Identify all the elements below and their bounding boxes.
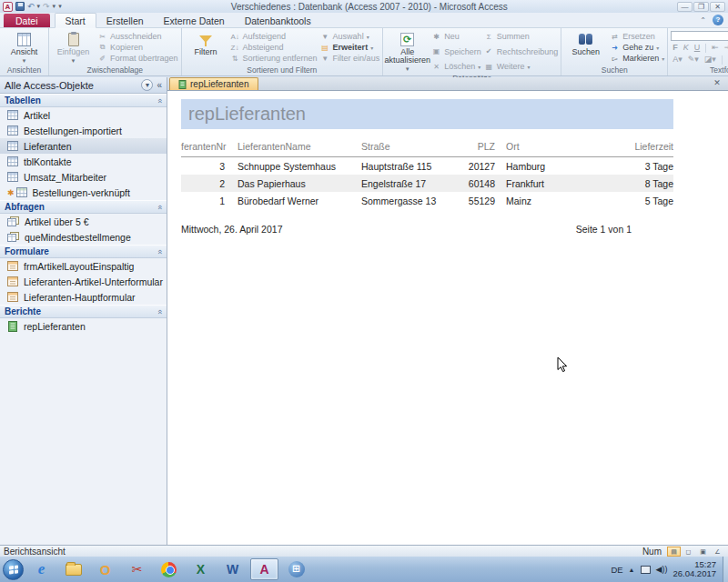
ansicht-button[interactable]: Ansicht ▼	[3, 30, 46, 65]
taskbar-word-icon[interactable]: W	[218, 558, 247, 580]
decrease-indent-icon[interactable]: ⇤	[710, 43, 721, 53]
font-family-combobox[interactable]: ▾	[671, 31, 728, 41]
undo-dropdown-icon[interactable]: ▾	[37, 3, 41, 10]
report-date: Mittwoch, 26. April 2017	[181, 224, 282, 235]
redo-dropdown-icon[interactable]: ▾	[53, 3, 56, 10]
document-tab-replieferanten[interactable]: repLieferanten	[169, 77, 258, 90]
design-view-button[interactable]: ∠	[711, 547, 724, 557]
replace-icon: ⇄	[610, 33, 620, 41]
taskbar-access-icon[interactable]: A	[250, 558, 278, 580]
taskbar-explorer-icon[interactable]	[59, 558, 87, 580]
access-app-icon[interactable]: A	[3, 2, 13, 12]
bold-button[interactable]: F	[671, 43, 680, 53]
nav-item-bestellungen-importiert[interactable]: Bestellungen-importiert	[0, 123, 167, 138]
layout-view-button[interactable]: ▣	[696, 547, 710, 557]
nav-item-umsatz-mitarbeiter[interactable]: Umsatz_Mitarbeiter	[0, 169, 167, 185]
weitere-button[interactable]: ▦Weitere▾	[484, 61, 559, 72]
section-header-berichte[interactable]: Berichte«	[0, 305, 167, 318]
taskbar-outlook-icon[interactable]: O	[91, 558, 119, 580]
neu-button[interactable]: ✱Neu	[431, 31, 481, 42]
sortierung-entfernen-button[interactable]: ⇅Sortierung entfernen	[230, 53, 318, 64]
speichern-button[interactable]: ▣Speichern	[431, 46, 481, 57]
report-header-row: ferantenNr LieferantenName Straße PLZ Or…	[181, 141, 673, 157]
report-view-button[interactable]: ▤	[667, 547, 681, 557]
save-icon[interactable]	[15, 2, 25, 11]
italic-button[interactable]: K	[682, 43, 691, 53]
font-color-icon[interactable]: A▾	[671, 55, 684, 65]
show-desktop-button[interactable]	[723, 557, 728, 582]
tab-externe-daten[interactable]: Externe Daten	[154, 14, 235, 27]
network-icon[interactable]	[641, 566, 651, 574]
restore-button[interactable]: ❐	[693, 2, 709, 12]
nav-item-lieferanten-artikel-unterformular[interactable]: Lieferanten-Artikel-Unterformular	[0, 274, 167, 289]
erweitert-button[interactable]: ▤Erweitert▾	[320, 42, 380, 53]
filter-ein-aus-button[interactable]: ▼Filter ein/aus	[320, 53, 380, 64]
collapse-section-icon: «	[155, 309, 164, 314]
rechtschreibung-button[interactable]: ✔Rechtschreibung	[484, 46, 559, 57]
filtern-button[interactable]: Filtern	[185, 30, 228, 65]
collapse-ribbon-icon[interactable]: ⌃	[700, 16, 706, 25]
tray-expand-icon[interactable]: ▲	[629, 567, 635, 573]
nav-item-lieferanten[interactable]: Lieferanten	[0, 138, 167, 154]
language-indicator[interactable]: DE	[611, 565, 622, 575]
nav-item-replieferanten[interactable]: repLieferanten	[0, 318, 167, 334]
increase-indent-icon[interactable]: ⇥	[723, 43, 728, 53]
taskbar-excel-icon[interactable]: X	[187, 558, 215, 580]
taskbar-chrome-icon[interactable]	[155, 558, 183, 580]
format-uebertragen-button[interactable]: ✐Format übertragen	[97, 53, 178, 64]
copy-icon: ⧉	[97, 43, 107, 52]
tab-datei[interactable]: Datei	[4, 14, 50, 27]
minimize-button[interactable]: —	[677, 2, 693, 12]
shutter-bar-icon[interactable]: «	[157, 80, 162, 90]
group-textformatierung: ▾ ▾ ∷≡ ≔ F K U ⇤ ⇥ ¶▸ ▦▾	[668, 28, 728, 75]
nav-item-artikel-ueber-5[interactable]: Artikel über 5 €	[0, 214, 167, 229]
filtern-label: Filtern	[195, 48, 217, 56]
start-button[interactable]	[3, 559, 24, 580]
goto-icon: ➜	[610, 44, 620, 52]
redo-icon[interactable]: ↷	[43, 2, 50, 11]
ausschneiden-button[interactable]: ✂Ausschneiden	[97, 31, 178, 42]
nav-item-quemindestbestellmenge[interactable]: queMindestbestellmenge	[0, 229, 167, 245]
gehe-zu-button[interactable]: ➜Gehe zu▾	[610, 42, 664, 53]
nav-dropdown-icon[interactable]: ▼	[141, 79, 153, 91]
section-header-abfragen[interactable]: Abfragen«	[0, 200, 167, 214]
tab-erstellen[interactable]: Erstellen	[96, 14, 154, 27]
print-preview-button[interactable]: ◻	[682, 547, 695, 557]
nav-item-bestellungen-verknuepft[interactable]: ✱ Bestellungen-verknüpft	[0, 185, 167, 200]
undo-icon[interactable]: ↶	[27, 2, 35, 11]
alle-aktualisieren-button[interactable]: ⟳ Alle aktualisieren ▼	[386, 30, 429, 74]
tab-start[interactable]: Start	[55, 13, 96, 28]
close-document-icon[interactable]: ✕	[712, 78, 723, 87]
ersetzen-button[interactable]: ⇄Ersetzen	[610, 31, 664, 42]
loeschen-button[interactable]: ✕Löschen▾	[431, 61, 481, 72]
nav-pane-header[interactable]: Alle Access-Objekte ▼ «	[0, 77, 167, 94]
nav-item-lieferanten-hauptformular[interactable]: Lieferanten-Hauptformular	[0, 289, 167, 305]
help-icon[interactable]: ?	[713, 15, 723, 25]
aufsteigend-button[interactable]: A↓Aufsteigend	[230, 31, 318, 42]
section-header-tabellen[interactable]: Tabellen«	[0, 94, 167, 107]
section-header-formulare[interactable]: Formulare«	[0, 245, 167, 258]
kopieren-button[interactable]: ⧉Kopieren	[97, 42, 178, 53]
nav-item-artikel[interactable]: Artikel	[0, 107, 167, 123]
close-button[interactable]: ✕	[710, 2, 725, 12]
absteigend-button[interactable]: Z↓Absteigend	[230, 42, 318, 53]
mouse-cursor	[557, 356, 568, 373]
suchen-button[interactable]: Suchen	[564, 30, 607, 65]
taskbar-snipping-tool-icon[interactable]: ✂	[123, 558, 151, 580]
highlight-color-icon[interactable]: ✎▾	[686, 55, 701, 65]
taskbar-database-tool-icon[interactable]: ⊞	[282, 558, 310, 580]
group-label-suchen: Suchen	[561, 65, 667, 75]
einfuegen-button[interactable]: Einfügen ▼	[52, 30, 95, 65]
auswahl-button[interactable]: ▼Auswahl▾	[320, 31, 380, 42]
tab-datenbanktools[interactable]: Datenbanktools	[235, 14, 321, 27]
taskbar-internet-explorer-icon[interactable]: e	[27, 558, 56, 580]
nav-item-tblkontakte[interactable]: tblKontakte	[0, 154, 167, 169]
volume-icon[interactable]: ◀))	[656, 565, 668, 574]
underline-button[interactable]: U	[693, 43, 703, 53]
ribbon-tab-row: Datei Start Erstellen Externe Daten Date…	[0, 13, 728, 28]
markieren-button[interactable]: ▻Markieren▾	[610, 53, 664, 64]
summen-button[interactable]: ΣSummen	[484, 31, 559, 42]
taskbar-clock[interactable]: 15:27 26.04.2017	[672, 560, 716, 578]
background-color-icon[interactable]: ◪▾	[703, 55, 718, 65]
nav-item-frmartikellayouteinspaltig[interactable]: frmArtikelLayoutEinspaltig	[0, 258, 167, 274]
